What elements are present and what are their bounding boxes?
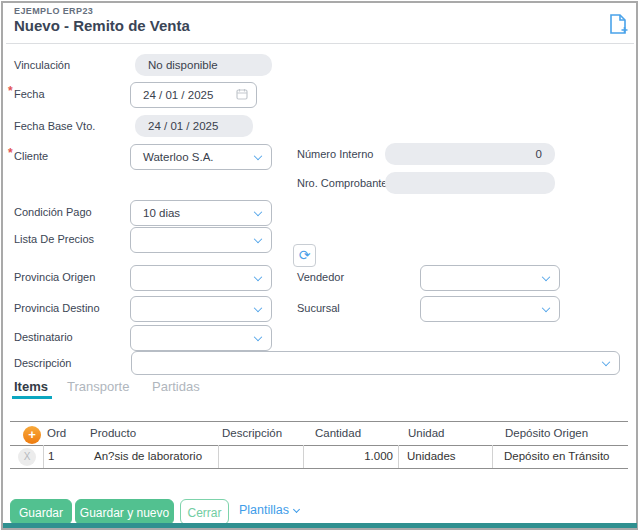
- refresh-button[interactable]: ⟳: [293, 244, 316, 267]
- nro-comprobante-label: Nro. Comprobante: [297, 177, 388, 189]
- col-header-unidad: Unidad: [408, 421, 444, 445]
- fecha-value: 24 / 01 / 2025: [143, 89, 213, 101]
- x-icon: X: [24, 451, 31, 462]
- condicion-pago-label: Condición Pago: [14, 206, 92, 218]
- calendar-icon[interactable]: [236, 88, 248, 102]
- cliente-select[interactable]: Waterloo S.A.: [130, 144, 272, 170]
- col-header-deposito-origen: Depósito Origen: [505, 421, 588, 445]
- table-column-separator: [303, 445, 304, 468]
- provincia-origen-label: Provincia Origen: [14, 271, 95, 283]
- provincia-destino-label: Provincia Destino: [14, 302, 100, 314]
- cell-cantidad[interactable]: 1.000: [308, 445, 393, 468]
- page-title: Nuevo - Remito de Venta: [14, 17, 190, 34]
- destinatario-select[interactable]: [130, 325, 272, 351]
- lista-precios-label: Lista De Precios: [14, 233, 94, 245]
- vinculacion-field: No disponible: [135, 54, 272, 76]
- delete-row-button[interactable]: X: [18, 448, 36, 466]
- col-header-cantidad: Cantidad: [315, 421, 361, 445]
- col-header-ord: Ord: [47, 421, 66, 445]
- new-document-icon[interactable]: [606, 12, 630, 36]
- destinatario-label: Destinatario: [14, 331, 73, 343]
- fecha-base-value: 24 / 01 / 2025: [148, 120, 218, 132]
- window-bottom-bar: [3, 523, 637, 528]
- sucursal-select[interactable]: [420, 296, 560, 322]
- plus-icon: +: [28, 427, 36, 442]
- vendedor-label: Vendedor: [297, 271, 344, 283]
- chevron-down-icon: [293, 506, 300, 513]
- cell-unidad[interactable]: Unidades: [407, 445, 456, 468]
- vendedor-select[interactable]: [420, 265, 560, 291]
- refresh-icon: ⟳: [299, 247, 311, 263]
- numero-interno-value: 0: [536, 148, 542, 160]
- descripcion-select[interactable]: [131, 351, 620, 375]
- chevron-down-icon: [254, 208, 262, 216]
- condicion-pago-value: 10 dias: [143, 207, 180, 219]
- app-title: EJEMPLO ERP23: [14, 6, 93, 16]
- fecha-label: Fecha: [14, 88, 45, 100]
- nro-comprobante-field: [385, 172, 555, 194]
- tab-partidas[interactable]: Partidas: [152, 379, 200, 394]
- fecha-input[interactable]: 24 / 01 / 2025: [130, 82, 257, 108]
- active-tab-underline: [12, 396, 52, 399]
- vinculacion-value: No disponible: [148, 59, 218, 71]
- tab-transporte[interactable]: Transporte: [67, 379, 129, 394]
- cliente-value: Waterloo S.A.: [143, 151, 214, 163]
- chevron-down-icon: [542, 273, 550, 281]
- numero-interno-field: 0: [385, 143, 555, 165]
- cell-deposito-origen[interactable]: Depósito en Tránsito: [504, 445, 609, 468]
- plantillas-label: Plantillas: [239, 503, 289, 517]
- fecha-base-label: Fecha Base Vto.: [14, 120, 95, 132]
- table-column-separator: [492, 445, 493, 468]
- fecha-required-marker: *: [8, 84, 13, 98]
- fecha-base-field: 24 / 01 / 2025: [135, 115, 253, 137]
- guardar-button[interactable]: Guardar: [10, 499, 72, 525]
- guardar-y-nuevo-button[interactable]: Guardar y nuevo: [75, 499, 174, 525]
- col-header-descripcion: Descripción: [222, 421, 282, 445]
- plantillas-link[interactable]: Plantillas: [239, 503, 299, 517]
- col-header-producto: Producto: [90, 421, 136, 445]
- chevron-down-icon: [254, 333, 262, 341]
- chevron-down-icon: [254, 235, 262, 243]
- cerrar-button[interactable]: Cerrar: [180, 499, 229, 525]
- chevron-down-icon: [542, 304, 550, 312]
- vinculacion-label: Vinculación: [14, 59, 70, 71]
- lista-precios-select[interactable]: [130, 227, 272, 253]
- table-column-separator: [398, 445, 399, 468]
- cell-producto[interactable]: An?sis de laboratorio: [94, 445, 202, 468]
- table-column-separator: [218, 445, 219, 468]
- chevron-down-icon: [602, 358, 610, 366]
- descripcion-label: Descripción: [14, 357, 71, 369]
- cliente-label: Cliente: [14, 150, 48, 162]
- header-divider: [6, 43, 634, 44]
- table-border-bottom: [10, 468, 628, 469]
- cell-ord: 1: [48, 445, 54, 468]
- condicion-pago-select[interactable]: 10 dias: [130, 200, 272, 226]
- chevron-down-icon: [254, 304, 262, 312]
- provincia-origen-select[interactable]: [130, 265, 272, 291]
- sucursal-label: Sucursal: [297, 302, 340, 314]
- chevron-down-icon: [254, 273, 262, 281]
- cliente-required-marker: *: [8, 146, 13, 160]
- tab-items[interactable]: Items: [14, 379, 48, 394]
- chevron-down-icon: [254, 152, 262, 160]
- provincia-destino-select[interactable]: [130, 296, 272, 322]
- table-column-separator: [43, 445, 44, 468]
- add-row-button[interactable]: +: [23, 426, 41, 444]
- numero-interno-label: Número Interno: [297, 148, 373, 160]
